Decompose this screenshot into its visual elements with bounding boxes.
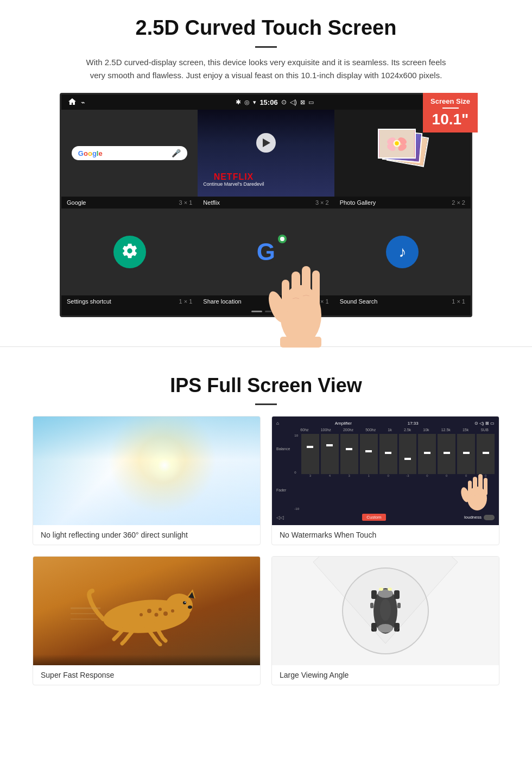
google-logo: Google (78, 149, 103, 157)
screen-size-badge: Screen Size 10.1" (423, 93, 478, 133)
svg-point-47 (379, 588, 383, 591)
page-dot-active (251, 311, 262, 312)
share-tile-inner: G (198, 209, 334, 295)
amplifier-caption: No Watermarks When Touch (272, 525, 499, 545)
amp-status: ⌂ Amplifier 17:33 ⊙ ◁) ⊠ ▭ (276, 421, 495, 426)
amp-y-axis: 10 0 -10 (294, 434, 300, 510)
status-bar: ⌁ ✱ ◎ ▾ 15:06 ⊙ ◁) ⊠ (61, 94, 471, 110)
amp-toggle[interactable] (484, 515, 495, 520)
feature-car: Large Viewing Angle (271, 556, 499, 685)
amp-home-icon: ⌂ (276, 421, 279, 426)
gear-icon (121, 242, 138, 262)
google-mic-icon[interactable]: 🎤 (172, 149, 181, 157)
status-time: 15:06 (259, 98, 277, 106)
page-dot-2 (274, 311, 281, 312)
share-name: Share location (203, 298, 241, 305)
amp-back-btn: ◁◁ (276, 515, 284, 520)
top-app-row: Google 🎤 Google 3 × 1 (61, 110, 471, 209)
netflix-size: 3 × 2 (315, 199, 329, 206)
netflix-tile-inner: NETFLIX Continue Marvel's Daredevil (198, 110, 334, 197)
sunlight-caption: No light reflecting under 360° direct su… (33, 525, 260, 545)
sound-size: 1 × 1 (452, 298, 465, 305)
cheetah-image (33, 557, 260, 665)
settings-tile-inner (61, 209, 198, 295)
svg-point-33 (171, 609, 174, 613)
photo-name: Photo Gallery (340, 199, 376, 206)
camera-icon: ⊙ (281, 98, 287, 106)
badge-size: 10.1" (430, 111, 470, 128)
svg-point-32 (163, 611, 168, 616)
sound-tile-inner: ♪ (334, 209, 471, 295)
fader-label: Fader (276, 488, 290, 492)
settings-tile[interactable]: Settings shortcut 1 × 1 (61, 209, 198, 307)
svg-rect-41 (397, 603, 401, 608)
amp-eq-labels: 60hz100hz200hz500hz 1k2.5k10k12.5k15kSUB (294, 428, 495, 432)
signal-icon: ▾ (253, 99, 256, 106)
photo-label: Photo Gallery 2 × 2 (334, 197, 471, 209)
feature-cheetah: Super Fast Response (33, 556, 261, 685)
share-size: 1 × 1 (315, 298, 329, 305)
share-location-tile[interactable]: G Share location 1 × 1 (198, 209, 334, 307)
svg-rect-17 (478, 474, 483, 495)
feature-sunlight: No light reflecting under 360° direct su… (33, 416, 261, 545)
status-left-icons: ⌁ (68, 98, 85, 107)
amplifier-image: ⌂ Amplifier 17:33 ⊙ ◁) ⊠ ▭ Balance Fader… (272, 417, 499, 525)
svg-point-26 (185, 602, 186, 603)
svg-rect-43 (394, 590, 400, 599)
netflix-label-box: NETFLIX Continue Marvel's Daredevil (203, 173, 264, 187)
badge-label: Screen Size (430, 97, 470, 105)
volume-icon: ◁) (290, 98, 297, 106)
svg-point-31 (159, 608, 162, 611)
device-screen: ⌁ ✱ ◎ ▾ 15:06 ⊙ ◁) ⊠ (60, 93, 472, 317)
svg-point-48 (388, 588, 392, 591)
flower-svg (379, 130, 415, 157)
photo-card-3 (378, 129, 416, 159)
music-icon-circle: ♪ (386, 236, 419, 268)
title-divider (255, 46, 277, 48)
section1-title: 2.5D Curved Touch Screen (33, 16, 499, 40)
amp-title-text: Amplifier (335, 421, 352, 426)
amp-icons: ⊙ ◁) ⊠ ▭ (474, 421, 495, 426)
amp-time: 17:33 (408, 421, 419, 426)
svg-rect-18 (484, 478, 487, 495)
car-image (272, 557, 499, 665)
svg-point-28 (147, 609, 151, 613)
usb-icon: ⌁ (81, 98, 85, 106)
sound-name: Sound Search (340, 298, 378, 305)
svg-point-30 (140, 613, 143, 616)
hand-watermark-touch (461, 463, 493, 514)
google-search-bar[interactable]: Google 🎤 (72, 146, 188, 160)
section-ips: IPS Full Screen View No light reflecting… (0, 363, 532, 702)
music-note-icon: ♪ (398, 243, 406, 261)
svg-point-39 (378, 624, 393, 633)
sound-search-tile[interactable]: ♪ Sound Search 1 × 1 (334, 209, 471, 307)
section1-description: With 2.5D curved-display screen, this de… (81, 56, 451, 82)
amp-loudness: loudness (464, 515, 495, 520)
location-icon: ◎ (244, 99, 250, 106)
google-tile-inner: Google 🎤 (61, 110, 198, 197)
share-bg: G (198, 209, 334, 295)
svg-rect-14 (280, 337, 321, 348)
balance-label: Balance (276, 447, 290, 451)
netflix-play-button[interactable] (256, 133, 276, 153)
car-caption: Large Viewing Angle (272, 665, 499, 685)
netflix-name: Netflix (203, 199, 220, 206)
svg-rect-44 (371, 623, 377, 632)
google-label: Google 3 × 1 (61, 197, 198, 209)
google-tile[interactable]: Google 🎤 Google 3 × 1 (61, 110, 198, 209)
netflix-tile[interactable]: NETFLIX Continue Marvel's Daredevil Netf… (198, 110, 334, 209)
settings-bg (61, 209, 198, 295)
features-grid: No light reflecting under 360° direct su… (33, 416, 499, 685)
svg-point-25 (183, 601, 186, 604)
close-box-icon: ⊠ (300, 99, 305, 106)
google-name: Google (67, 199, 86, 206)
settings-size: 1 × 1 (179, 298, 193, 305)
svg-point-7 (395, 141, 399, 145)
cheetah-caption: Super Fast Response (33, 665, 260, 685)
svg-rect-42 (371, 590, 377, 599)
device-mockup: Screen Size 10.1" ⌁ (60, 93, 472, 317)
amp-custom-btn[interactable]: Custom (362, 514, 386, 521)
page-dots (61, 307, 471, 316)
svg-rect-45 (394, 623, 400, 632)
ips-title-divider (255, 403, 277, 405)
